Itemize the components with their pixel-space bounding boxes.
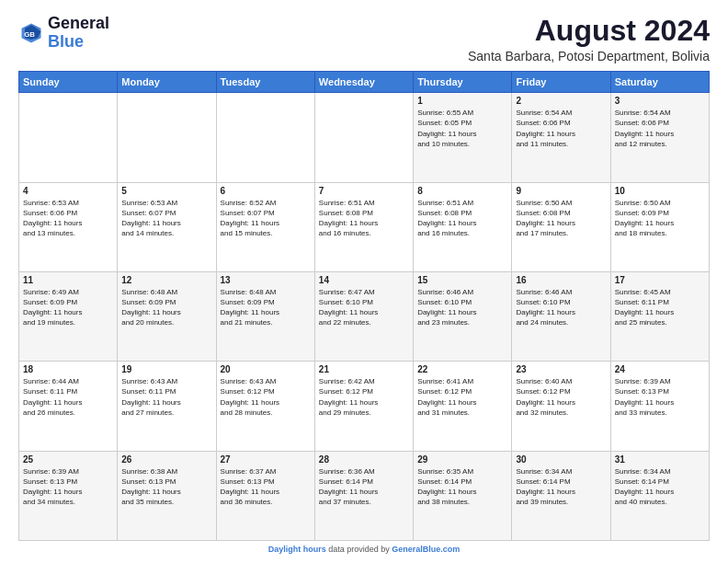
day-cell: 17Sunrise: 6:45 AMSunset: 6:11 PMDayligh… bbox=[610, 271, 709, 361]
day-cell: 10Sunrise: 6:50 AMSunset: 6:09 PMDayligh… bbox=[610, 182, 709, 271]
page: GB General Blue August 2024 Santa Barbar… bbox=[0, 0, 728, 563]
day-info: Sunrise: 6:54 AMSunset: 6:06 PMDaylight:… bbox=[615, 108, 705, 149]
day-cell: 6Sunrise: 6:52 AMSunset: 6:07 PMDaylight… bbox=[216, 182, 314, 271]
day-info: Sunrise: 6:46 AMSunset: 6:10 PMDaylight:… bbox=[516, 287, 606, 328]
logo-icon: GB bbox=[18, 20, 44, 46]
day-info: Sunrise: 6:39 AMSunset: 6:13 PMDaylight:… bbox=[615, 376, 705, 418]
day-number: 15 bbox=[417, 275, 507, 285]
day-cell: 14Sunrise: 6:47 AMSunset: 6:10 PMDayligh… bbox=[314, 271, 413, 361]
logo-line2: Blue bbox=[48, 32, 84, 51]
week-row-3: 18Sunrise: 6:44 AMSunset: 6:11 PMDayligh… bbox=[19, 362, 710, 451]
day-number: 25 bbox=[23, 454, 113, 465]
title-block: August 2024 Santa Barbara, Potosi Depart… bbox=[468, 15, 710, 63]
month-title: August 2024 bbox=[468, 15, 710, 47]
day-cell: 23Sunrise: 6:40 AMSunset: 6:12 PMDayligh… bbox=[512, 362, 610, 451]
day-number: 29 bbox=[417, 454, 507, 465]
calendar-table: SundayMondayTuesdayWednesdayThursdayFrid… bbox=[18, 71, 710, 541]
day-number: 19 bbox=[121, 364, 211, 374]
day-info: Sunrise: 6:53 AMSunset: 6:06 PMDaylight:… bbox=[23, 198, 113, 239]
header-row: SundayMondayTuesdayWednesdayThursdayFrid… bbox=[19, 72, 710, 93]
day-number: 9 bbox=[516, 186, 606, 196]
day-cell: 13Sunrise: 6:48 AMSunset: 6:09 PMDayligh… bbox=[216, 271, 314, 361]
location-title: Santa Barbara, Potosi Department, Bolivi… bbox=[468, 49, 710, 63]
day-cell: 16Sunrise: 6:46 AMSunset: 6:10 PMDayligh… bbox=[512, 271, 610, 361]
day-cell: 8Sunrise: 6:51 AMSunset: 6:08 PMDaylight… bbox=[414, 182, 512, 271]
day-info: Sunrise: 6:51 AMSunset: 6:08 PMDaylight:… bbox=[319, 198, 409, 239]
day-number: 26 bbox=[121, 454, 211, 465]
day-cell: 11Sunrise: 6:49 AMSunset: 6:09 PMDayligh… bbox=[19, 271, 118, 361]
day-cell: 9Sunrise: 6:50 AMSunset: 6:08 PMDaylight… bbox=[512, 182, 610, 271]
day-cell bbox=[216, 93, 314, 182]
day-cell: 25Sunrise: 6:39 AMSunset: 6:13 PMDayligh… bbox=[19, 451, 118, 540]
svg-text:GB: GB bbox=[24, 29, 35, 38]
day-cell: 20Sunrise: 6:43 AMSunset: 6:12 PMDayligh… bbox=[216, 362, 314, 451]
header: GB General Blue August 2024 Santa Barbar… bbox=[18, 15, 710, 63]
day-cell: 24Sunrise: 6:39 AMSunset: 6:13 PMDayligh… bbox=[610, 362, 709, 451]
day-cell: 26Sunrise: 6:38 AMSunset: 6:13 PMDayligh… bbox=[118, 451, 216, 540]
day-number: 2 bbox=[516, 96, 606, 106]
day-info: Sunrise: 6:48 AMSunset: 6:09 PMDaylight:… bbox=[221, 287, 311, 328]
day-cell: 27Sunrise: 6:37 AMSunset: 6:13 PMDayligh… bbox=[216, 451, 314, 540]
day-info: Sunrise: 6:50 AMSunset: 6:08 PMDaylight:… bbox=[516, 198, 606, 239]
header-cell-sunday: Sunday bbox=[19, 72, 118, 93]
header-cell-saturday: Saturday bbox=[610, 72, 709, 93]
day-number: 11 bbox=[23, 275, 113, 285]
day-info: Sunrise: 6:41 AMSunset: 6:12 PMDaylight:… bbox=[417, 376, 507, 418]
day-number: 30 bbox=[516, 454, 606, 465]
day-number: 12 bbox=[121, 275, 211, 285]
day-cell: 15Sunrise: 6:46 AMSunset: 6:10 PMDayligh… bbox=[414, 271, 512, 361]
day-number: 17 bbox=[615, 275, 705, 285]
day-info: Sunrise: 6:42 AMSunset: 6:12 PMDaylight:… bbox=[319, 376, 409, 418]
day-cell: 2Sunrise: 6:54 AMSunset: 6:06 PMDaylight… bbox=[512, 93, 610, 182]
week-row-1: 4Sunrise: 6:53 AMSunset: 6:06 PMDaylight… bbox=[19, 182, 710, 271]
day-info: Sunrise: 6:34 AMSunset: 6:14 PMDaylight:… bbox=[516, 466, 606, 508]
day-info: Sunrise: 6:49 AMSunset: 6:09 PMDaylight:… bbox=[23, 287, 113, 328]
day-number: 21 bbox=[319, 364, 409, 374]
day-number: 22 bbox=[417, 364, 507, 374]
day-info: Sunrise: 6:50 AMSunset: 6:09 PMDaylight:… bbox=[615, 198, 705, 239]
day-info: Sunrise: 6:44 AMSunset: 6:11 PMDaylight:… bbox=[23, 376, 113, 418]
day-info: Sunrise: 6:38 AMSunset: 6:13 PMDaylight:… bbox=[121, 466, 211, 508]
logo-text: General Blue bbox=[48, 15, 109, 52]
day-cell bbox=[314, 93, 413, 182]
day-cell: 30Sunrise: 6:34 AMSunset: 6:14 PMDayligh… bbox=[512, 451, 610, 540]
day-cell: 12Sunrise: 6:48 AMSunset: 6:09 PMDayligh… bbox=[118, 271, 216, 361]
day-info: Sunrise: 6:47 AMSunset: 6:10 PMDaylight:… bbox=[319, 287, 409, 328]
day-number: 8 bbox=[417, 186, 507, 196]
day-number: 14 bbox=[319, 275, 409, 285]
day-info: Sunrise: 6:46 AMSunset: 6:10 PMDaylight:… bbox=[417, 287, 507, 328]
day-number: 6 bbox=[221, 186, 311, 196]
day-info: Sunrise: 6:45 AMSunset: 6:11 PMDaylight:… bbox=[615, 287, 705, 328]
day-number: 18 bbox=[23, 364, 113, 374]
day-info: Sunrise: 6:55 AMSunset: 6:05 PMDaylight:… bbox=[417, 108, 507, 149]
day-number: 31 bbox=[615, 454, 705, 465]
day-cell: 19Sunrise: 6:43 AMSunset: 6:11 PMDayligh… bbox=[118, 362, 216, 451]
header-cell-wednesday: Wednesday bbox=[314, 72, 413, 93]
day-info: Sunrise: 6:54 AMSunset: 6:06 PMDaylight:… bbox=[516, 108, 606, 149]
day-info: Sunrise: 6:48 AMSunset: 6:09 PMDaylight:… bbox=[121, 287, 211, 328]
day-number: 7 bbox=[319, 186, 409, 196]
day-cell bbox=[118, 93, 216, 182]
day-cell: 3Sunrise: 6:54 AMSunset: 6:06 PMDaylight… bbox=[610, 93, 709, 182]
header-cell-tuesday: Tuesday bbox=[216, 72, 314, 93]
day-cell: 21Sunrise: 6:42 AMSunset: 6:12 PMDayligh… bbox=[314, 362, 413, 451]
day-info: Sunrise: 6:51 AMSunset: 6:08 PMDaylight:… bbox=[417, 198, 507, 239]
day-cell: 1Sunrise: 6:55 AMSunset: 6:05 PMDaylight… bbox=[414, 93, 512, 182]
day-number: 24 bbox=[615, 364, 705, 374]
day-number: 1 bbox=[417, 96, 507, 106]
day-info: Sunrise: 6:40 AMSunset: 6:12 PMDaylight:… bbox=[516, 376, 606, 418]
header-cell-friday: Friday bbox=[512, 72, 610, 93]
day-number: 4 bbox=[23, 186, 113, 196]
header-cell-thursday: Thursday bbox=[414, 72, 512, 93]
footer-label: Daylight hours bbox=[268, 545, 326, 554]
week-row-0: 1Sunrise: 6:55 AMSunset: 6:05 PMDaylight… bbox=[19, 93, 710, 182]
day-number: 3 bbox=[615, 96, 705, 106]
day-info: Sunrise: 6:53 AMSunset: 6:07 PMDaylight:… bbox=[121, 198, 211, 239]
day-cell: 31Sunrise: 6:34 AMSunset: 6:14 PMDayligh… bbox=[610, 451, 709, 540]
day-number: 27 bbox=[221, 454, 311, 465]
day-cell: 28Sunrise: 6:36 AMSunset: 6:14 PMDayligh… bbox=[314, 451, 413, 540]
logo: GB General Blue bbox=[18, 15, 109, 52]
day-info: Sunrise: 6:43 AMSunset: 6:12 PMDaylight:… bbox=[221, 376, 311, 418]
day-info: Sunrise: 6:43 AMSunset: 6:11 PMDaylight:… bbox=[121, 376, 211, 418]
day-info: Sunrise: 6:52 AMSunset: 6:07 PMDaylight:… bbox=[221, 198, 311, 239]
